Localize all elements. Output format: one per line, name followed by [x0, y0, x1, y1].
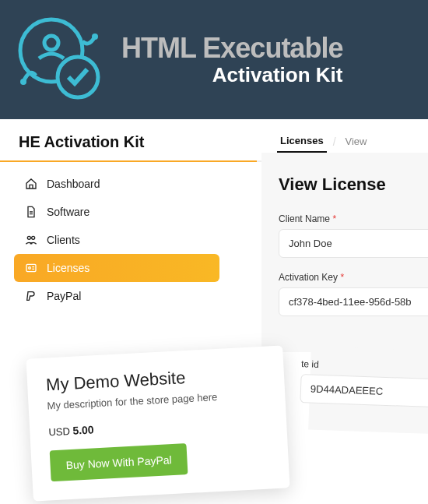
app-logo-icon	[14, 13, 107, 107]
svg-point-1	[44, 36, 58, 50]
sidebar-item-licenses[interactable]: Licenses	[14, 254, 219, 282]
panel-title: View License	[279, 174, 428, 195]
sidebar-item-label: Licenses	[47, 262, 89, 274]
tab-view[interactable]: View	[342, 131, 370, 152]
client-name-input[interactable]	[279, 229, 428, 258]
sidebar-item-dashboard[interactable]: Dashboard	[14, 170, 219, 198]
paypal-icon	[25, 290, 37, 302]
breadcrumb-tabs: Licenses / View	[261, 119, 428, 153]
header-title: HTML Executable	[121, 32, 342, 65]
svg-point-8	[29, 267, 31, 270]
app-header: HTML Executable Activation Kit	[0, 0, 428, 119]
license-panel-lower: te id	[308, 347, 428, 435]
license-icon	[25, 262, 37, 274]
tab-licenses[interactable]: Licenses	[277, 130, 327, 153]
sidebar-item-paypal[interactable]: PayPal	[14, 282, 219, 310]
sidebar-item-label: PayPal	[47, 290, 81, 302]
svg-point-5	[27, 236, 30, 239]
currency-label: USD	[48, 425, 70, 438]
activation-key-label: Activation Key *	[279, 272, 428, 283]
home-icon	[25, 178, 37, 190]
store-card: My Demo Website My description for the s…	[26, 345, 289, 501]
sidebar: Dashboard Software Clients Licenses PayP…	[0, 170, 233, 310]
tab-separator: /	[333, 136, 336, 148]
svg-point-6	[32, 236, 35, 239]
sidebar-item-label: Clients	[47, 234, 80, 246]
users-icon	[25, 234, 37, 246]
site-id-input[interactable]	[300, 374, 428, 408]
price-amount: 5.00	[72, 423, 94, 436]
activation-key-input[interactable]	[279, 287, 428, 316]
client-name-label: Client Name *	[279, 213, 428, 224]
header-subtitle: Activation Kit	[121, 63, 342, 87]
sidebar-item-clients[interactable]: Clients	[14, 226, 219, 254]
sidebar-item-label: Dashboard	[47, 178, 100, 190]
sidebar-item-label: Software	[47, 206, 89, 218]
file-icon	[25, 206, 37, 218]
sidebar-item-software[interactable]: Software	[14, 198, 219, 226]
site-id-label: te id	[301, 358, 428, 375]
buy-now-button[interactable]: Buy Now With PayPal	[50, 443, 188, 481]
price-line: USD 5.00	[48, 414, 268, 439]
license-panel: Licenses / View View License Client Name…	[261, 119, 428, 352]
